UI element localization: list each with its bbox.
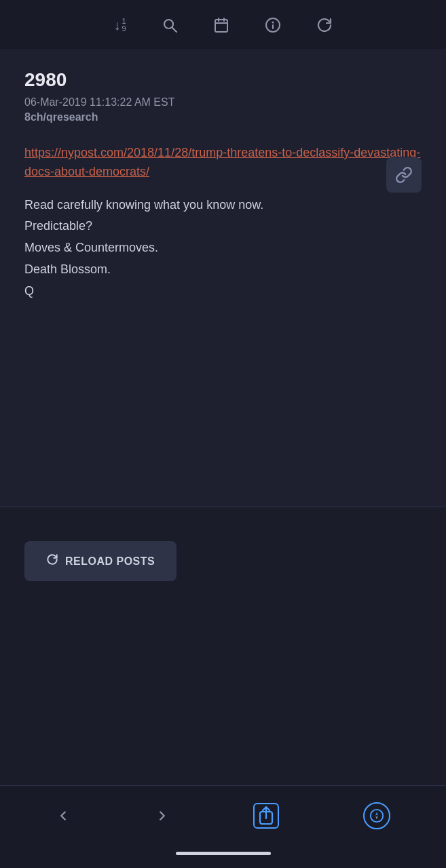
link-button[interactable] (386, 157, 422, 193)
post-link[interactable]: https://nypost.com/2018/11/28/trump-thre… (24, 144, 422, 182)
reload-posts-label: RELOAD POSTS (65, 555, 155, 568)
home-indicator (0, 845, 446, 868)
post-board: 8ch/qresearch (24, 111, 422, 123)
info-button[interactable] (265, 17, 281, 33)
post-date: 06-Mar-2019 11:13:22 AM EST (24, 96, 422, 108)
post-line-3: Moves & Countermoves. (24, 238, 422, 258)
search-button[interactable] (162, 17, 178, 33)
svg-marker-13 (375, 816, 378, 820)
post-line-1: Read carefully knowing what you know now… (24, 195, 422, 216)
refresh-button[interactable] (316, 17, 333, 33)
back-button[interactable] (42, 802, 84, 830)
bottom-nav (0, 785, 446, 845)
svg-line-1 (172, 28, 176, 33)
reload-icon (46, 553, 58, 569)
post-body: Read carefully knowing what you know now… (24, 195, 422, 301)
post-line-5: Q (24, 281, 422, 302)
compass-button[interactable] (350, 795, 404, 836)
sort-button[interactable]: ↓ 1 9 (113, 18, 126, 33)
post-board-name: /qresearch (43, 111, 98, 123)
bottom-section: RELOAD POSTS (0, 507, 446, 785)
main-content: 2980 06-Mar-2019 11:13:22 AM EST 8ch/qre… (0, 49, 446, 507)
reload-posts-button[interactable]: RELOAD POSTS (24, 541, 176, 581)
post-line-2: Predictable? (24, 216, 422, 237)
post-number: 2980 (24, 69, 422, 91)
sort-nums: 1 9 (122, 18, 126, 33)
post-line-4: Death Blossom. (24, 260, 422, 280)
sort-arrow-icon: ↓ (113, 18, 120, 33)
svg-marker-12 (375, 812, 378, 816)
share-button[interactable] (240, 796, 293, 835)
toolbar: ↓ 1 9 (0, 0, 446, 49)
home-bar (176, 852, 271, 855)
forward-button[interactable] (141, 802, 183, 830)
share-icon (253, 803, 279, 829)
svg-point-11 (371, 809, 383, 821)
calendar-button[interactable] (213, 17, 229, 33)
svg-rect-2 (215, 20, 227, 32)
compass-icon (363, 802, 390, 829)
post-board-prefix: 8ch (24, 111, 43, 123)
